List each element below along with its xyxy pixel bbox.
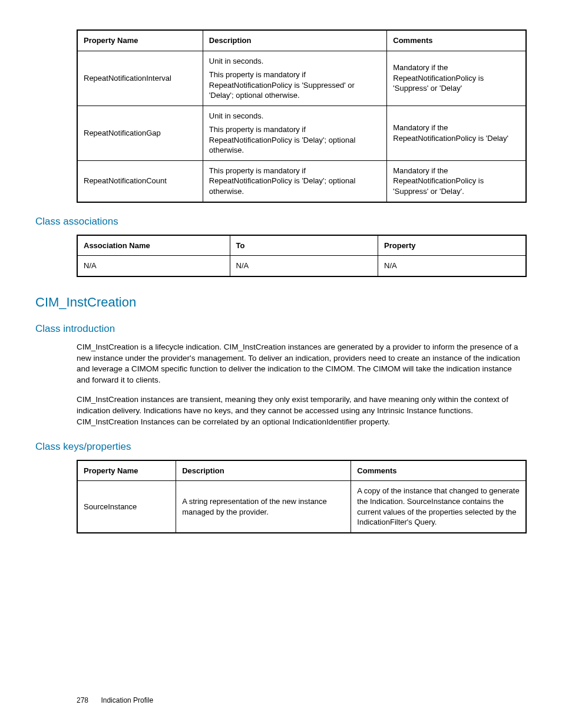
prop-comments: A copy of the instance that changed to g… xyxy=(351,481,526,533)
prop-desc: A string representation of the new insta… xyxy=(176,481,351,533)
t3-h2: Description xyxy=(176,460,351,481)
page-number: 278 xyxy=(77,696,88,704)
intro-paragraph-1: CIM_InstCreation is a lifecycle indicati… xyxy=(77,342,527,387)
properties-table-1: Property Name Description Comments Repea… xyxy=(77,29,527,203)
prop-comments: Mandatory if the RepeatNotificationPolic… xyxy=(387,51,526,106)
prop-comments: Mandatory if the RepeatNotificationPolic… xyxy=(387,106,526,160)
table-row: SourceInstance A string representation o… xyxy=(77,481,526,533)
class-keys-properties-heading: Class keys/properties xyxy=(35,441,527,453)
desc-line: This property is mandatory if RepeatNoti… xyxy=(209,70,381,101)
associations-table: Association Name To Property N/A N/A N/A xyxy=(77,235,527,277)
desc-line: This property is mandatory if RepeatNoti… xyxy=(209,124,381,156)
footer-title: Indication Profile xyxy=(101,696,153,704)
t2-h2: To xyxy=(230,235,378,256)
t1-h3: Comments xyxy=(387,30,526,51)
prop-comments: Mandatory if the RepeatNotificationPolic… xyxy=(387,160,526,202)
table-row: RepeatNotificationGap Unit in seconds. T… xyxy=(77,106,526,160)
t2-h1: Association Name xyxy=(77,235,230,256)
assoc-name: N/A xyxy=(77,256,230,276)
t2-h3: Property xyxy=(378,235,526,256)
prop-desc: Unit in seconds. This property is mandat… xyxy=(203,106,386,160)
class-associations-heading: Class associations xyxy=(35,216,527,228)
table-row: RepeatNotificationInterval Unit in secon… xyxy=(77,51,526,106)
page-footer: 278 Indication Profile xyxy=(77,696,153,704)
assoc-to: N/A xyxy=(230,256,378,276)
prop-desc: Unit in seconds. This property is mandat… xyxy=(203,51,386,106)
prop-name: RepeatNotificationCount xyxy=(77,160,203,202)
prop-name: SourceInstance xyxy=(77,481,176,533)
assoc-prop: N/A xyxy=(378,256,526,276)
table-row: RepeatNotificationCount This property is… xyxy=(77,160,526,202)
t1-h1: Property Name xyxy=(77,30,203,51)
properties-table-2: Property Name Description Comments Sourc… xyxy=(77,460,527,533)
t3-h3: Comments xyxy=(351,460,526,481)
table-row: N/A N/A N/A xyxy=(77,256,526,276)
class-introduction-heading: Class introduction xyxy=(35,323,527,335)
prop-desc: This property is mandatory if RepeatNoti… xyxy=(203,160,386,202)
intro-paragraph-2: CIM_InstCreation instances are transient… xyxy=(77,394,527,428)
t3-h1: Property Name xyxy=(77,460,176,481)
desc-line: Unit in seconds. xyxy=(209,56,381,67)
prop-name: RepeatNotificationGap xyxy=(77,106,203,160)
desc-line: Unit in seconds. xyxy=(209,111,381,121)
t1-h2: Description xyxy=(203,30,386,51)
prop-name: RepeatNotificationInterval xyxy=(77,51,203,106)
cim-instcreation-heading: CIM_InstCreation xyxy=(35,295,527,310)
